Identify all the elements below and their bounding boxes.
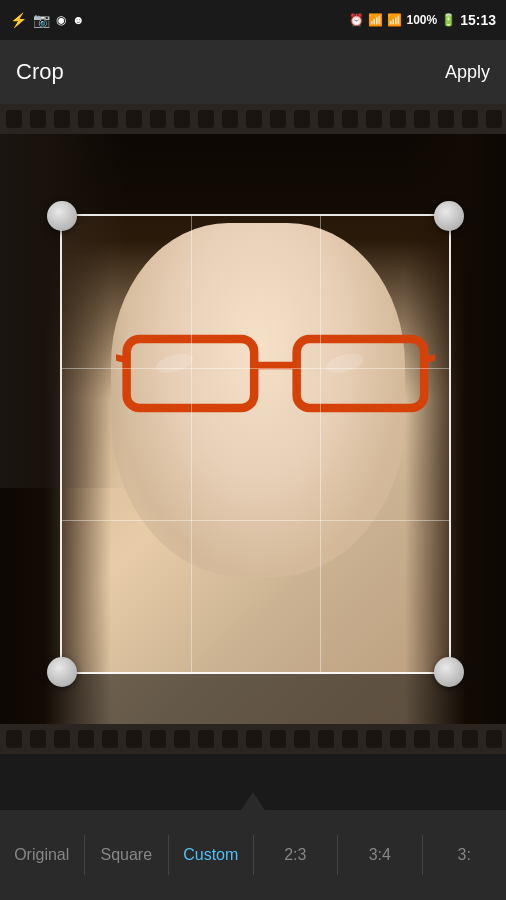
svg-rect-0 (127, 339, 255, 408)
film-hole (222, 110, 238, 128)
crop-option-2-3[interactable]: 2:3 (254, 810, 338, 900)
studio-bg (0, 134, 127, 488)
crop-option-original[interactable]: Original (0, 810, 84, 900)
film-hole (222, 730, 238, 748)
film-hole (366, 730, 382, 748)
indicator-arrow (241, 792, 265, 810)
battery-percent: 100% (406, 13, 437, 27)
film-hole (486, 110, 502, 128)
alarm-icon: ⏰ (349, 13, 364, 27)
page-title: Crop (16, 59, 64, 85)
film-hole (54, 730, 70, 748)
svg-rect-1 (297, 339, 425, 408)
film-hole (390, 110, 406, 128)
camera-icon: 📷 (33, 12, 50, 28)
status-right-info: ⏰ 📶 📶 100% 🔋 15:13 (349, 12, 496, 28)
top-bar: Crop Apply (0, 40, 506, 104)
status-left-icons: ⚡ 📷 ◉ ☻ (10, 12, 85, 28)
film-hole (414, 110, 430, 128)
film-hole (30, 730, 46, 748)
film-hole (366, 110, 382, 128)
crop-option-3-4[interactable]: 3:4 (338, 810, 422, 900)
film-holes-top (0, 110, 506, 128)
film-strip-bottom (0, 724, 506, 754)
toolbar-items: Original Square Custom 2:3 3:4 3: (0, 810, 506, 900)
film-hole (102, 730, 118, 748)
film-hole (342, 730, 358, 748)
film-hole (198, 730, 214, 748)
svg-point-5 (154, 350, 195, 376)
time-display: 15:13 (460, 12, 496, 28)
film-hole (486, 730, 502, 748)
film-hole (318, 730, 334, 748)
glasses-svg (116, 323, 435, 429)
usb-icon: ⚡ (10, 12, 27, 28)
film-hole (102, 110, 118, 128)
svg-point-6 (324, 350, 365, 376)
crop-option-square[interactable]: Square (85, 810, 169, 900)
photo-container (0, 134, 506, 724)
status-bar: ⚡ 📷 ◉ ☻ ⏰ 📶 📶 100% 🔋 15:13 (0, 0, 506, 40)
film-hole (342, 110, 358, 128)
film-hole (438, 110, 454, 128)
film-hole (462, 730, 478, 748)
battery-icon: 🔋 (441, 13, 456, 27)
wifi-icon: 📶 (368, 13, 383, 27)
film-hole (6, 110, 22, 128)
film-hole (126, 110, 142, 128)
film-hole (390, 730, 406, 748)
circle-icon: ◉ (56, 13, 66, 27)
film-hole (294, 730, 310, 748)
signal-icon: 📶 (387, 13, 402, 27)
photo-background (0, 134, 506, 724)
film-hole (30, 110, 46, 128)
film-hole (78, 730, 94, 748)
film-hole (174, 110, 190, 128)
film-hole (126, 730, 142, 748)
android-icon: ☻ (72, 13, 85, 27)
film-hole (150, 110, 166, 128)
film-holes-bottom (0, 730, 506, 748)
film-hole (198, 110, 214, 128)
hair-right (405, 134, 506, 724)
glasses-overlay (116, 323, 435, 429)
film-hole (78, 110, 94, 128)
film-hole (54, 110, 70, 128)
film-hole (174, 730, 190, 748)
bottom-toolbar: Original Square Custom 2:3 3:4 3: (0, 810, 506, 900)
film-hole (270, 110, 286, 128)
film-hole (246, 110, 262, 128)
film-hole (270, 730, 286, 748)
film-hole (318, 110, 334, 128)
image-area (0, 104, 506, 754)
film-hole (6, 730, 22, 748)
apply-button[interactable]: Apply (445, 62, 490, 83)
film-hole (462, 110, 478, 128)
crop-option-custom[interactable]: Custom (169, 810, 253, 900)
film-hole (414, 730, 430, 748)
film-hole (246, 730, 262, 748)
film-hole (438, 730, 454, 748)
film-hole (294, 110, 310, 128)
crop-option-other[interactable]: 3: (423, 810, 507, 900)
film-hole (150, 730, 166, 748)
film-strip-top (0, 104, 506, 134)
